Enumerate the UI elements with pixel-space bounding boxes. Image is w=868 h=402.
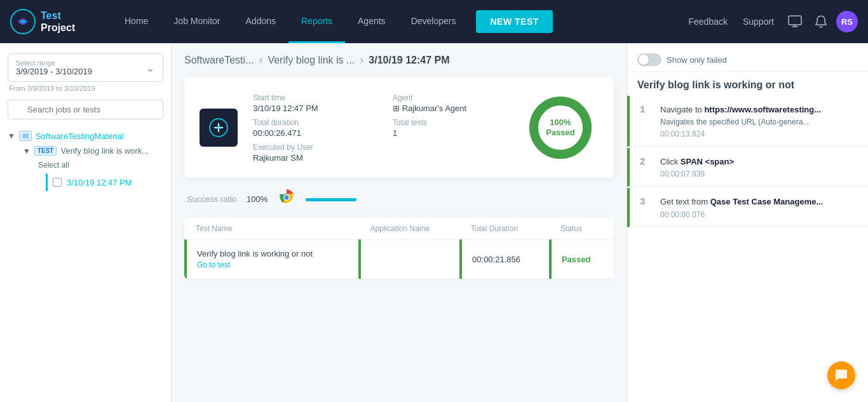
duration-block: Total duration 00:00:26.471 [253, 118, 367, 138]
windows-icon: ⊞ [393, 104, 402, 113]
svg-rect-1 [789, 16, 801, 25]
job-details: Start time 3/10/19 12:47 PM Agent ⊞ Rajk… [253, 93, 507, 163]
step-desc-1: Navigates the specified URL (Auto-genera… [660, 116, 858, 128]
job-entry: 3/10/19 12:47 PM [46, 173, 163, 191]
main-layout: Select range 3/9/2019 - 3/10/2019 ⌄ From… [0, 43, 868, 402]
step-num-1: 1 [640, 104, 653, 138]
job-date[interactable]: 3/10/19 12:47 PM [67, 178, 132, 187]
step-item-3[interactable]: 3 Get text from Qase Test Case Manageme.… [627, 188, 868, 227]
step-time-3: 00:00:00.076 [660, 210, 858, 219]
breadcrumb-item-2[interactable]: 3/10/19 12:47 PM [369, 55, 449, 66]
nav-home[interactable]: Home [112, 0, 161, 43]
job-entry-indicator [46, 173, 48, 191]
top-navbar: Test Project Home Job Monitor Addons Rep… [0, 0, 868, 43]
toggle-switch[interactable] [637, 53, 661, 66]
ratio-bar-fill [306, 198, 356, 201]
cell-test-name: Verify blog link is working or not Go to… [186, 240, 360, 279]
step-content-1: Navigate to https://www.softwaretesting.… [660, 104, 858, 138]
duration-label: Total duration [253, 118, 367, 127]
job-checkbox[interactable] [53, 178, 62, 187]
tree-toggle-icon: ▼ [8, 131, 15, 140]
bell-icon[interactable] [811, 12, 831, 31]
donut-chart: 100% Passed [522, 90, 599, 166]
go-to-test-link[interactable]: Go to test [197, 260, 348, 269]
col-status: Status [550, 218, 614, 240]
col-duration: Total Duration [461, 218, 550, 240]
chat-button[interactable] [827, 361, 855, 389]
table-body: Verify blog link is working or not Go to… [186, 240, 614, 279]
right-panel-title: Verify blog link is working or not [627, 72, 868, 96]
total-tests-label: Total tests [393, 118, 507, 127]
step-item-1[interactable]: 1 Navigate to https://www.softwaretestin… [627, 96, 868, 147]
step-text-2: Click SPAN <span> [660, 156, 858, 168]
job-card: Start time 3/10/19 12:47 PM Agent ⊞ Rajk… [184, 77, 614, 178]
new-test-button[interactable]: NEW TEST [476, 10, 552, 33]
ratio-bar [306, 198, 356, 201]
nav-job-monitor[interactable]: Job Monitor [161, 0, 233, 43]
ratio-label: Success ratio [187, 194, 236, 204]
range-label: Select range [16, 59, 92, 67]
col-test-name: Test Name [186, 218, 360, 240]
ratio-value: 100% [247, 194, 268, 204]
table-head: Test Name Application Name Total Duratio… [186, 218, 614, 240]
cell-app-name [360, 240, 461, 279]
breadcrumb-item-0[interactable]: SoftwareTesti... [184, 55, 254, 66]
show-failed-toggle[interactable]: Show only failed [637, 53, 727, 66]
test-label: Verify blog link is work... [60, 146, 149, 156]
nav-links: Home Job Monitor Addons Reports Agents D… [112, 0, 553, 43]
cell-duration: 00:00:21.856 [461, 240, 550, 279]
step-text-1: Navigate to https://www.softwaretesting.… [660, 104, 858, 116]
logo[interactable]: Test Project [10, 9, 99, 34]
chevron-down-icon: ⌄ [146, 61, 155, 75]
breadcrumb-sep-1: › [360, 53, 363, 67]
user-value: Rajkumar SM [253, 153, 367, 163]
avatar[interactable]: RS [836, 11, 858, 32]
nav-agents[interactable]: Agents [345, 0, 398, 43]
folder-icon [19, 131, 32, 141]
main-content: SoftwareTesti... › Verify blog link is .… [172, 43, 627, 402]
monitor-icon[interactable] [784, 13, 806, 30]
logo-text: Test Project [41, 10, 75, 34]
col-app-name: Application Name [360, 218, 461, 240]
step-item-2[interactable]: 2 Click SPAN <span> 00:00:07.939 [627, 148, 868, 187]
range-hint: From 3/9/2019 to 3/10/2019 [8, 84, 163, 92]
nav-feedback[interactable]: Feedback [683, 17, 732, 27]
cell-status: Passed [550, 240, 614, 279]
logo-icon [10, 9, 36, 34]
nav-right: Feedback Support RS [683, 11, 858, 32]
agent-block: Agent ⊞ Rajkumar's Agent [393, 93, 507, 113]
test-table: Test Name Application Name Total Duratio… [184, 218, 614, 279]
status-badge: Passed [562, 255, 591, 264]
tree-folder-item[interactable]: ▼ SoftwareTestingMaterial [8, 128, 163, 144]
nav-reports[interactable]: Reports [288, 0, 345, 43]
select-all-label[interactable]: Select all [38, 161, 163, 170]
date-range-selector[interactable]: Select range 3/9/2019 - 3/10/2019 ⌄ [8, 53, 163, 82]
donut-label: 100% Passed [546, 117, 575, 137]
nav-addons[interactable]: Addons [233, 0, 288, 43]
right-panel: Show only failed Verify blog link is wor… [627, 43, 868, 402]
show-failed-label: Show only failed [667, 55, 727, 65]
tree-sub: ▼ TEST Verify blog link is work... Selec… [23, 144, 163, 191]
step-content-2: Click SPAN <span> 00:00:07.939 [660, 156, 858, 179]
duration-value: 00:00:26.471 [253, 128, 367, 138]
start-time-value: 3/10/19 12:47 PM [253, 104, 367, 113]
table-row: Verify blog link is working or not Go to… [186, 240, 614, 279]
ratio-bar-container [306, 197, 356, 201]
total-tests-block: Total tests 1 [393, 118, 507, 138]
right-panel-header: Show only failed [627, 43, 868, 72]
tree-test-item[interactable]: ▼ TEST Verify blog link is work... [23, 144, 163, 158]
step-time-2: 00:00:07.939 [660, 170, 858, 178]
total-tests-value: 1 [393, 128, 507, 138]
svg-point-4 [216, 125, 221, 130]
nav-developers[interactable]: Developers [398, 0, 469, 43]
search-input[interactable] [8, 100, 163, 119]
nav-support[interactable]: Support [738, 17, 779, 27]
step-num-3: 3 [640, 196, 653, 219]
ratio-section: Success ratio 100% [184, 189, 614, 209]
breadcrumb-item-1[interactable]: Verify blog link is ... [268, 55, 355, 66]
toggle-knob [639, 55, 649, 65]
test-badge: TEST [34, 146, 57, 156]
step-text-3: Get text from Qase Test Case Manageme... [660, 196, 858, 208]
breadcrumb: SoftwareTesti... › Verify blog link is .… [184, 53, 614, 67]
sidebar: Select range 3/9/2019 - 3/10/2019 ⌄ From… [0, 43, 172, 402]
